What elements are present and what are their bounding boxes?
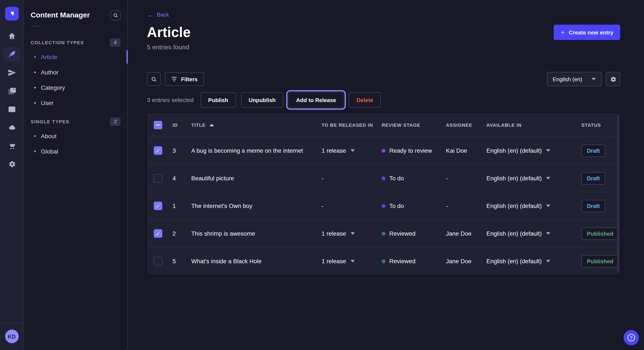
cell-released-in[interactable]: 1 release — [322, 147, 382, 154]
stage-dot — [382, 149, 386, 153]
cell-id: 4 — [172, 175, 191, 182]
cell-title: This shrimp is awesome — [191, 230, 322, 237]
cell-title: The internet's Own boy — [191, 203, 322, 209]
cell-status: Draft — [582, 145, 620, 157]
cell-assignee: Jane Doe — [446, 258, 486, 265]
cell-available-in[interactable]: English (en) (default) — [486, 203, 582, 209]
selection-count-text: 3 entries selected — [147, 97, 194, 104]
cell-released-in[interactable]: 1 release — [322, 258, 382, 265]
cell-title: A bug is becoming a meme on the internet — [191, 147, 322, 154]
sidebar-item-author[interactable]: Author — [31, 65, 120, 80]
cell-available-in[interactable]: English (en) (default) — [486, 230, 582, 237]
user-avatar[interactable]: KD — [5, 330, 18, 343]
collection-types-section: COLLECTION TYPES 4 Article Author Catego… — [31, 38, 120, 111]
table-row[interactable]: 4 Beautiful picture - To do - English (e… — [147, 164, 620, 192]
publish-button[interactable]: Publish — [200, 93, 236, 108]
sidebar-cloud-button[interactable] — [3, 120, 20, 135]
cell-assignee: Kai Doe — [446, 147, 486, 154]
column-header-review-stage: REVIEW STAGE — [382, 123, 446, 128]
sidebar-item-global[interactable]: Global — [31, 144, 120, 159]
sidebar-content-manager-button[interactable] — [3, 47, 20, 62]
chevron-down-icon — [546, 177, 550, 180]
delete-button[interactable]: Delete — [349, 93, 381, 108]
entries-table: ID TITLE TO BE RELEASED IN REVIEW STAGE … — [147, 113, 620, 275]
cell-available-in[interactable]: English (en) (default) — [486, 147, 582, 154]
locale-select[interactable]: English (en) — [547, 72, 602, 87]
cell-released-in[interactable]: 1 release — [322, 230, 382, 237]
search-button[interactable] — [147, 72, 160, 86]
sidebar-home-button[interactable] — [3, 29, 20, 43]
create-new-entry-button[interactable]: + Create new entry — [554, 25, 620, 40]
cell-review-stage: Reviewed — [382, 230, 446, 237]
layout-icon — [8, 105, 16, 114]
cell-released-in: - — [322, 175, 382, 182]
subnav-divider — [31, 26, 41, 26]
table-row[interactable]: 3 A bug is becoming a meme on the intern… — [147, 137, 620, 164]
section-count-badge: 4 — [110, 38, 120, 47]
select-all-checkbox[interactable] — [154, 121, 162, 129]
bullet-icon — [34, 56, 36, 58]
unpublish-button[interactable]: Unpublish — [241, 93, 283, 108]
stage-dot — [382, 259, 386, 263]
column-header-status: STATUS — [582, 123, 620, 128]
bullet-icon — [34, 135, 36, 137]
sidebar-media-library-button[interactable] — [3, 84, 20, 98]
sidebar-deploy-button[interactable] — [3, 65, 20, 80]
app-window: KD Content Manager COLLECTION TYPES 4 Ar… — [0, 0, 644, 350]
help-button[interactable]: ? — [624, 330, 639, 345]
column-header-title[interactable]: TITLE — [191, 123, 322, 128]
sidebar-content-type-builder-button[interactable] — [3, 102, 20, 117]
cell-assignee: - — [446, 203, 486, 209]
row-checkbox[interactable] — [154, 229, 162, 238]
table-header-row: ID TITLE TO BE RELEASED IN REVIEW STAGE … — [147, 113, 620, 137]
cell-released-in: - — [322, 203, 382, 209]
table-row[interactable]: 1 The internet's Own boy - To do - Engli… — [147, 192, 620, 220]
table-row[interactable]: 5 What's inside a Black Hole 1 release R… — [147, 247, 620, 275]
sidebar-item-article[interactable]: Article — [31, 49, 120, 65]
question-mark-icon: ? — [628, 334, 635, 342]
row-checkbox[interactable] — [154, 174, 162, 183]
table-scrollbar[interactable] — [617, 116, 619, 272]
cell-review-stage: To do — [382, 203, 446, 209]
search-icon — [113, 12, 118, 18]
bullet-icon — [34, 71, 36, 73]
table-row[interactable]: 2 This shrimp is awesome 1 release Revie… — [147, 220, 620, 247]
view-settings-button[interactable] — [606, 72, 620, 87]
cell-id: 5 — [172, 258, 191, 265]
chevron-down-icon — [350, 150, 354, 152]
sidebar-item-category[interactable]: Category — [31, 80, 120, 95]
cell-review-stage: Ready to review — [382, 147, 446, 154]
cell-id: 1 — [172, 203, 191, 209]
cell-title: What's inside a Black Hole — [191, 258, 322, 265]
cell-available-in[interactable]: English (en) (default) — [486, 175, 582, 182]
add-to-release-button[interactable]: Add to Release — [288, 93, 344, 108]
back-arrow-icon: ← — [147, 11, 153, 18]
sidebar-item-about[interactable]: About — [31, 128, 120, 144]
cell-status: Published — [582, 255, 622, 268]
chevron-down-icon — [546, 150, 550, 152]
subnav-search-button[interactable] — [110, 10, 120, 20]
row-checkbox[interactable] — [154, 202, 162, 210]
chevron-down-icon — [546, 232, 550, 235]
sidebar-item-user[interactable]: User — [31, 95, 120, 111]
row-checkbox[interactable] — [154, 257, 162, 266]
sidebar-marketplace-button[interactable] — [3, 139, 20, 153]
cell-available-in[interactable]: English (en) (default) — [486, 258, 582, 265]
strapi-logo[interactable] — [5, 7, 18, 20]
filters-button[interactable]: Filters — [165, 72, 204, 86]
sidebar-settings-button[interactable] — [3, 157, 20, 172]
stage-dot — [382, 232, 386, 236]
stage-dot — [382, 176, 386, 180]
status-badge: Published — [582, 227, 619, 240]
row-checkbox[interactable] — [154, 147, 162, 155]
filter-icon — [171, 77, 177, 82]
content-manager-subnav: Content Manager COLLECTION TYPES 4 Artic… — [24, 0, 128, 350]
cell-status: Draft — [582, 172, 620, 184]
sort-ascending-icon — [209, 124, 214, 126]
chevron-down-icon — [350, 260, 354, 263]
icon-rail: KD — [0, 0, 24, 350]
back-link[interactable]: ← Back — [147, 11, 169, 18]
gear-icon — [609, 76, 616, 83]
cell-assignee: Jane Doe — [446, 230, 486, 237]
chevron-down-icon — [592, 78, 596, 81]
